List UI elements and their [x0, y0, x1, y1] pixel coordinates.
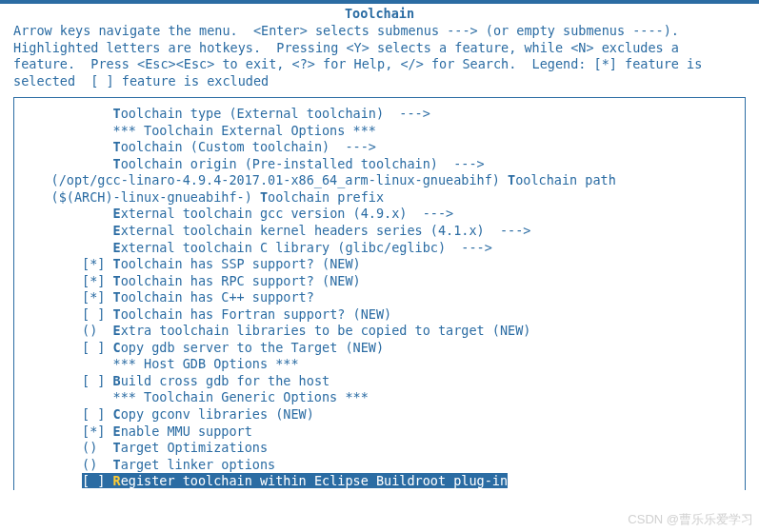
watermark: CSDN @曹乐乐爱学习 [628, 511, 753, 528]
menu-item[interactable]: () Target linker options [14, 457, 745, 474]
menu-item-selected[interactable]: [ ] Register toolchain within Eclipse Bu… [82, 473, 508, 488]
menu-item[interactable]: External toolchain C library (glibc/egli… [14, 240, 745, 257]
hotkey: R [113, 473, 121, 488]
menu-item[interactable]: [*] Toolchain has SSP support? (NEW) [14, 256, 745, 273]
menu-title: Toolchain [0, 4, 759, 23]
menu-item[interactable]: Toolchain type (External toolchain) ---> [14, 106, 745, 123]
menu-item[interactable]: [ ] Copy gconv libraries (NEW) [14, 406, 745, 424]
hotkey: T [113, 440, 121, 455]
menu-item[interactable]: [*] Enable MMU support [14, 424, 745, 441]
menu-frame: Toolchain type (External toolchain) --->… [13, 97, 746, 490]
hotkey: E [113, 424, 121, 439]
hotkey: T [113, 106, 121, 121]
menu-item: *** Toolchain External Options *** [14, 123, 745, 140]
help-text: Arrow keys navigate the menu. <Enter> se… [0, 23, 759, 97]
hotkey: E [113, 223, 121, 238]
hotkey: T [113, 289, 121, 305]
menu-item[interactable]: [*] Toolchain has C++ support? [14, 289, 745, 306]
menu-item[interactable]: () Extra toolchain libraries to be copie… [14, 323, 745, 340]
hotkey: E [113, 240, 121, 255]
hotkey: T [113, 457, 121, 472]
hotkey: T [260, 189, 268, 205]
menu-item: *** Toolchain Generic Options *** [14, 389, 745, 406]
menu-item[interactable]: Toolchain origin (Pre-installed toolchai… [14, 156, 745, 173]
menu-item[interactable]: [ ] Copy gdb server to the Target (NEW) [14, 340, 745, 357]
hotkey: B [113, 373, 121, 388]
menu-item[interactable]: [ ] Build cross gdb for the host [14, 373, 745, 390]
hotkey: E [113, 206, 121, 221]
hotkey: T [113, 273, 121, 288]
menu-item[interactable]: ($(ARCH)-linux-gnueabihf-) Toolchain pre… [14, 189, 745, 207]
menu-item[interactable]: Toolchain (Custom toolchain) ---> [14, 139, 745, 156]
menu-item[interactable]: External toolchain kernel headers series… [14, 223, 745, 240]
hotkey: T [113, 306, 121, 322]
menu-list: Toolchain type (External toolchain) --->… [14, 106, 745, 490]
menu-item: *** Host GDB Options *** [14, 356, 745, 373]
hotkey: E [113, 323, 121, 338]
menu-item[interactable]: [*] Toolchain has RPC support? (NEW) [14, 273, 745, 290]
hotkey: T [113, 256, 121, 271]
menu-item[interactable]: (/opt/gcc-linaro-4.9.4-2017.01-x86_64_ar… [14, 172, 745, 189]
hotkey: C [113, 340, 121, 355]
menu-item[interactable]: [ ] Toolchain has Fortran support? (NEW) [14, 306, 745, 324]
hotkey: T [113, 156, 121, 171]
hotkey: T [508, 172, 515, 187]
menu-item[interactable]: External toolchain gcc version (4.9.x) -… [14, 206, 745, 223]
hotkey: T [113, 139, 121, 154]
hotkey: C [113, 406, 121, 422]
menu-item[interactable]: [ ] Register toolchain within Eclipse Bu… [14, 473, 745, 490]
menu-item[interactable]: () Target Optimizations [14, 440, 745, 457]
